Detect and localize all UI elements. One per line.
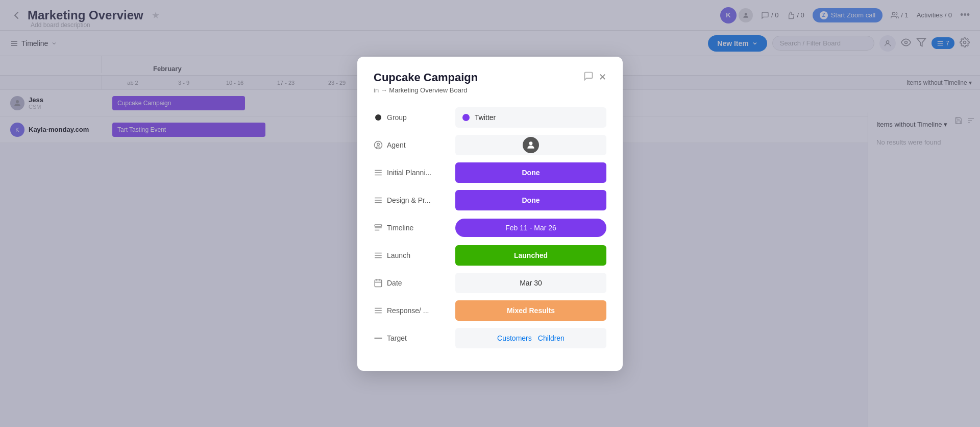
field-launch-row: Launch Launched bbox=[374, 244, 606, 267]
svg-point-16 bbox=[375, 114, 381, 121]
field-group-value[interactable]: Twitter bbox=[455, 107, 606, 128]
circle-icon bbox=[374, 113, 383, 122]
modal-header: Cupcake Campaign ✕ bbox=[374, 71, 606, 84]
target-tag-children[interactable]: Children bbox=[538, 334, 565, 342]
field-launch-label: Launch bbox=[374, 251, 455, 260]
calendar-icon bbox=[374, 278, 383, 288]
field-timeline-row: Timeline Feb 11 - Mar 26 bbox=[374, 217, 606, 239]
target-tag-customers[interactable]: Customers bbox=[497, 334, 532, 342]
field-response-value[interactable]: Mixed Results bbox=[455, 300, 606, 321]
field-target-label: Target bbox=[374, 334, 455, 343]
svg-rect-32 bbox=[375, 280, 382, 287]
agent-icon bbox=[374, 140, 383, 150]
field-timeline-value[interactable]: Feb 11 - Mar 26 bbox=[455, 219, 606, 237]
menu-icon bbox=[374, 168, 383, 177]
menu-icon-4 bbox=[374, 306, 383, 315]
menu-icon-2 bbox=[374, 196, 383, 205]
field-initial-planning-label: Initial Planni... bbox=[374, 168, 455, 177]
field-date-label: Date bbox=[374, 278, 455, 288]
svg-point-18 bbox=[377, 143, 380, 146]
svg-rect-26 bbox=[375, 225, 382, 226]
field-target-row: Target Customers Children bbox=[374, 327, 606, 349]
field-agent-row: Agent bbox=[374, 134, 606, 156]
modal-title: Cupcake Campaign bbox=[374, 71, 478, 84]
agent-avatar bbox=[523, 137, 539, 153]
minus-icon bbox=[374, 334, 383, 343]
modal-header-icons: ✕ bbox=[583, 71, 606, 84]
timeline-icon bbox=[374, 223, 383, 232]
svg-point-19 bbox=[529, 141, 533, 145]
item-detail-modal: Cupcake Campaign ✕ in → Marketing Overvi… bbox=[357, 57, 623, 371]
field-launch-value[interactable]: Launched bbox=[455, 245, 606, 266]
field-agent-label: Agent bbox=[374, 140, 455, 150]
close-icon[interactable]: ✕ bbox=[599, 72, 606, 83]
field-initial-planning-value[interactable]: Done bbox=[455, 162, 606, 183]
field-group-label: Group bbox=[374, 113, 455, 122]
modal-breadcrumb: in → Marketing Overview Board bbox=[374, 86, 606, 94]
field-design-label: Design & Pr... bbox=[374, 196, 455, 205]
field-date-row: Date Mar 30 bbox=[374, 272, 606, 294]
field-response-label: Response/ ... bbox=[374, 306, 455, 315]
field-response-row: Response/ ... Mixed Results bbox=[374, 299, 606, 322]
modal-overlay[interactable]: Cupcake Campaign ✕ in → Marketing Overvi… bbox=[0, 0, 980, 427]
field-design-value[interactable]: Done bbox=[455, 190, 606, 210]
field-agent-value[interactable] bbox=[455, 135, 606, 155]
group-dot bbox=[462, 114, 470, 121]
field-date-value[interactable]: Mar 30 bbox=[455, 273, 606, 293]
menu-icon-3 bbox=[374, 251, 383, 260]
field-initial-planning-row: Initial Planni... Done bbox=[374, 161, 606, 184]
field-timeline-label: Timeline bbox=[374, 223, 455, 232]
comment-icon[interactable] bbox=[583, 71, 594, 84]
field-target-value[interactable]: Customers Children bbox=[455, 328, 606, 348]
field-design-row: Design & Pr... Done bbox=[374, 189, 606, 211]
field-group-row: Group Twitter bbox=[374, 106, 606, 129]
